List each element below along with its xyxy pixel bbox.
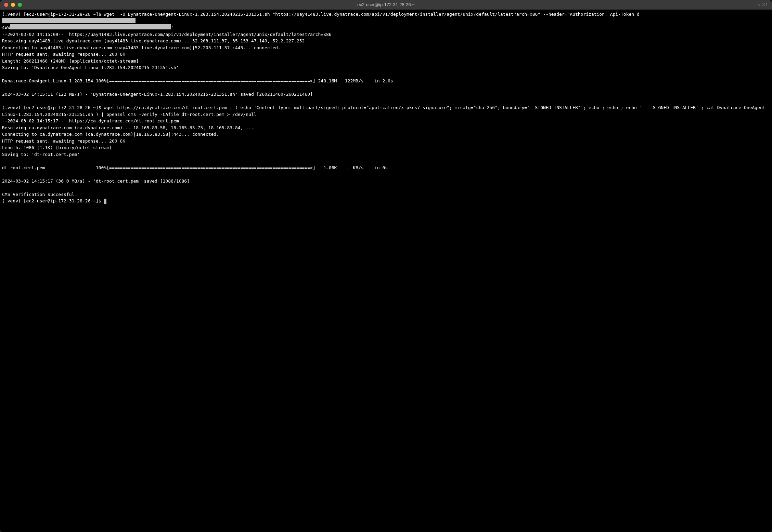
output-line: --2024-03-02 14:15:17-- https://ca.dynat… bbox=[2, 118, 770, 124]
output-line: CMS Verification successful bbox=[2, 191, 770, 198]
output-line: Connecting to ca.dynatrace.com (ca.dynat… bbox=[2, 131, 770, 138]
output-line: Connecting to uay41483.live.dynatrace.co… bbox=[2, 44, 770, 51]
titlebar: ec2-user@ip-172-31-28-26:~ ⌥⌘1 bbox=[0, 0, 772, 10]
progress-line: dt-root.cert.pem 100%[==================… bbox=[2, 164, 770, 171]
output-line: Length: 260211460 (248M) [application/oc… bbox=[2, 58, 770, 65]
prompt: (.venv) [ec2-user@ip-172-31-28-26 ~]$ bbox=[2, 12, 104, 17]
output-line: Length: 1086 (1.1K) [binary/octet-stream… bbox=[2, 144, 770, 151]
output-line: 2024-03-02 14:15:11 (122 MB/s) - 'Dynatr… bbox=[2, 91, 770, 98]
close-button[interactable] bbox=[4, 3, 8, 7]
output-line: Resolving uay41483.live.dynatrace.com (u… bbox=[2, 38, 770, 44]
cursor bbox=[104, 199, 106, 204]
output-line: Resolving ca.dynatrace.com (ca.dynatrace… bbox=[2, 124, 770, 131]
command-text: 4WW bbox=[2, 25, 10, 30]
command-line-3: (.venv) [ec2-user@ip-172-31-28-26 ~]$ bbox=[2, 198, 770, 204]
maximize-button[interactable] bbox=[18, 3, 22, 7]
terminal-window: ec2-user@ip-172-31-28-26:~ ⌥⌘1 (.venv) [… bbox=[0, 0, 772, 532]
progress-line: Dynatrace-OneAgent-Linux-1.283.154 100%[… bbox=[2, 78, 770, 84]
blank-line bbox=[2, 171, 770, 178]
output-line: HTTP request sent, awaiting response... … bbox=[2, 51, 770, 58]
command-line-1b: 4WW ' bbox=[2, 24, 770, 31]
shortcut-hint: ⌥⌘1 bbox=[757, 2, 768, 8]
prompt: (.venv) [ec2-user@ip-172-31-28-26 ~]$ bbox=[2, 198, 104, 203]
blank-line bbox=[2, 98, 770, 105]
output-line: Saving to: 'Dynatrace-OneAgent-Linux-1.2… bbox=[2, 64, 770, 71]
blank-line bbox=[2, 184, 770, 191]
window-title: ec2-user@ip-172-31-28-26:~ bbox=[357, 1, 414, 8]
command-text: wget -O Dynatrace-OneAgent-Linux-1.283.1… bbox=[104, 12, 639, 17]
output-line: --2024-03-02 14:15:09-- https://uay41483… bbox=[2, 31, 770, 38]
traffic-lights bbox=[4, 3, 22, 7]
command-line-1: (.venv) [ec2-user@ip-172-31-28-26 ~]$ wg… bbox=[2, 11, 770, 24]
prompt: (.venv) [ec2-user@ip-172-31-28-26 ~]$ bbox=[2, 105, 104, 110]
terminal-body[interactable]: (.venv) [ec2-user@ip-172-31-28-26 ~]$ wg… bbox=[0, 10, 772, 532]
minimize-button[interactable] bbox=[11, 3, 15, 7]
output-line: Saving to: 'dt-root.cert.pem' bbox=[2, 151, 770, 158]
redacted-token bbox=[10, 24, 171, 29]
blank-line bbox=[2, 71, 770, 78]
blank-line bbox=[2, 84, 770, 91]
blank-line bbox=[2, 158, 770, 164]
command-line-2: (.venv) [ec2-user@ip-172-31-28-26 ~]$ wg… bbox=[2, 104, 770, 118]
command-text: ' bbox=[171, 25, 173, 30]
output-line: HTTP request sent, awaiting response... … bbox=[2, 138, 770, 145]
redacted-token bbox=[2, 18, 136, 23]
output-line: 2024-03-02 14:15:17 (36.0 MB/s) - 'dt-ro… bbox=[2, 178, 770, 185]
command-text: wget https://ca.dynatrace.com/dt-root.ce… bbox=[2, 105, 768, 117]
